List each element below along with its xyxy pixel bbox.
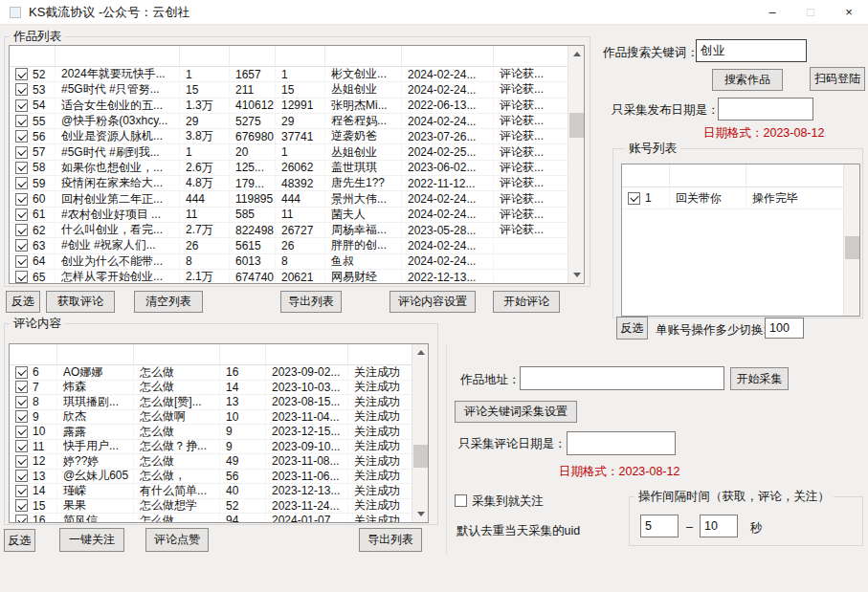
row-checkbox[interactable]: [15, 396, 28, 408]
comments-table-row[interactable]: 8 琪琪播剧... 怎么做[赞]... 13 2023-08-15... 关注成…: [10, 395, 412, 410]
works-invert-button[interactable]: 反选: [6, 291, 40, 313]
row-checkbox[interactable]: [15, 146, 28, 159]
row-checkbox[interactable]: [15, 381, 28, 393]
like-comments-button[interactable]: 评论点赞: [145, 528, 209, 552]
comments-table-row[interactable]: 16 简风信 怎么做 94 2024-01-07... 关注成功: [10, 514, 412, 522]
row-checkbox[interactable]: [15, 485, 28, 497]
follow-all-button[interactable]: 一键关注: [59, 528, 124, 552]
row-checkbox[interactable]: [15, 440, 28, 452]
minimize-icon[interactable]: –: [753, 0, 791, 25]
row-checkbox[interactable]: [15, 193, 28, 206]
row-checkbox[interactable]: [15, 99, 28, 112]
comments-column-header[interactable]: [10, 344, 57, 364]
comments-column-header[interactable]: [266, 344, 348, 364]
comments-table-row[interactable]: 11 快手用户... 怎么做？挣... 9 2023-09-10... 关注成功: [10, 440, 412, 455]
row-checkbox[interactable]: [15, 255, 28, 268]
keyword-input[interactable]: [696, 39, 807, 62]
comments-table-row[interactable]: 10 露露 怎么做 9 2023-12-15... 关注成功: [10, 425, 412, 440]
accounts-column-header[interactable]: [670, 164, 746, 186]
accounts-column-header[interactable]: [746, 164, 841, 186]
row-checkbox[interactable]: [15, 455, 28, 468]
works-column-header[interactable]: [325, 46, 402, 66]
works-table-row[interactable]: 55 @快手粉条(03xhcy... 29 5275 29 程爸程妈... 20…: [10, 114, 568, 129]
row-checkbox[interactable]: [15, 68, 28, 80]
row-checkbox[interactable]: [15, 115, 28, 127]
scroll-up-icon[interactable]: [568, 46, 585, 62]
interval-max-input[interactable]: [700, 515, 738, 537]
row-checkbox[interactable]: [15, 470, 28, 482]
comments-column-header[interactable]: [57, 344, 134, 364]
works-column-header[interactable]: [230, 46, 276, 66]
works-export-button[interactable]: 导出列表: [280, 291, 342, 313]
scroll-up-icon[interactable]: [412, 344, 429, 361]
comments-column-header[interactable]: [134, 344, 220, 364]
comments-column-header[interactable]: [348, 344, 413, 364]
accounts-scrollbar[interactable]: [843, 164, 859, 316]
row-checkbox[interactable]: [15, 83, 28, 96]
works-table-row[interactable]: 63 #创业 #祝家人们... 26 5615 26 胖胖的创... 2024-…: [10, 238, 568, 253]
comment-settings-button[interactable]: 评论内容设置: [389, 291, 476, 313]
scroll-thumb[interactable]: [845, 236, 859, 259]
works-table-row[interactable]: 65 怎样从零开始创业... 2.1万 674740 20621 网易财经 20…: [10, 270, 568, 283]
publish-date-input[interactable]: [718, 98, 813, 121]
works-scrollbar[interactable]: [568, 46, 584, 283]
works-table-row[interactable]: 62 什么叫创业，看完... 2.7万 822498 26727 周杨幸福...…: [10, 223, 568, 238]
works-table-row[interactable]: 53 #5G时代 #只管努... 15 211 15 丛姐创业 2024-02-…: [10, 82, 568, 98]
start-collect-button[interactable]: 开始采集: [730, 367, 789, 390]
clear-list-button[interactable]: 清空列表: [134, 291, 203, 313]
works-column-header[interactable]: [56, 46, 180, 66]
comments-table-row[interactable]: 7 炜森 怎么做 14 2023-10-03... 关注成功: [10, 381, 412, 396]
row-checkbox[interactable]: [15, 515, 28, 522]
scroll-thumb[interactable]: [413, 445, 428, 468]
comments-table-row[interactable]: 13 @幺妹儿605 怎么做， 56 2023-11-06... 关注成功: [10, 470, 412, 485]
accounts-invert-button[interactable]: 反选: [616, 317, 648, 340]
row-checkbox[interactable]: [628, 192, 640, 205]
work-url-input[interactable]: [520, 366, 724, 390]
works-table-row[interactable]: 52 2024年就要玩快手... 1 1657 1 彬文创业... 2024-0…: [10, 67, 568, 82]
row-checkbox[interactable]: [15, 130, 28, 143]
works-table-row[interactable]: 58 如果你也想创业，... 2.6万 125... 26062 盖世琪琪 20…: [10, 161, 568, 176]
row-checkbox[interactable]: [15, 271, 28, 283]
start-comment-button[interactable]: 开始评论: [493, 291, 560, 313]
row-checkbox[interactable]: [15, 499, 28, 512]
accounts-column-header[interactable]: [622, 164, 670, 186]
comments-table-row[interactable]: 14 瑾嵘 有什么简单... 40 2023-12-13... 关注成功: [10, 484, 412, 499]
comments-scrollbar[interactable]: [412, 344, 428, 522]
comments-table-row[interactable]: 9 欣杰 怎么做啊 10 2023-11-04... 关注成功: [10, 410, 412, 426]
works-table-row[interactable]: 59 疫情闲在家来给大... 4.8万 179... 48392 唐先生1?? …: [10, 176, 568, 191]
comments-table-row[interactable]: 12 婷??婷 怎么做 49 2023-11-08... 关注成功: [10, 454, 412, 470]
works-column-header[interactable]: [494, 46, 569, 66]
row-checkbox[interactable]: [15, 162, 28, 174]
search-works-button[interactable]: 搜索作品: [712, 69, 783, 91]
works-column-header[interactable]: [276, 46, 325, 66]
row-checkbox[interactable]: [15, 366, 28, 379]
works-table-row[interactable]: 64 创业为什么不能带... 8 6013 8 鱼叔 2024-02-24...: [10, 254, 568, 270]
comments-export-button[interactable]: 导出列表: [359, 528, 422, 552]
maximize-icon[interactable]: □: [791, 0, 830, 25]
row-checkbox[interactable]: [15, 177, 28, 189]
scroll-thumb[interactable]: [569, 113, 584, 138]
works-column-header[interactable]: [10, 46, 56, 66]
row-checkbox[interactable]: [15, 224, 28, 236]
scroll-down-icon[interactable]: [412, 506, 429, 522]
works-column-header[interactable]: [402, 46, 494, 66]
works-table-row[interactable]: 54 适合女生创业的五... 1.3万 410612 12991 张明杰Mi..…: [10, 99, 568, 114]
works-table-row[interactable]: 60 回村创业第二年正... 444 119895 444 景州大伟... 20…: [10, 191, 568, 207]
comment-keyword-settings-button[interactable]: 评论关键词采集设置: [455, 401, 577, 423]
comments-invert-button[interactable]: 反选: [4, 529, 35, 552]
follow-on-collect-checkbox[interactable]: [455, 494, 467, 507]
interval-min-input[interactable]: [640, 515, 679, 537]
comment-date-input[interactable]: [567, 431, 676, 455]
row-checkbox[interactable]: [15, 239, 28, 252]
row-checkbox[interactable]: [15, 426, 28, 438]
comments-table-row[interactable]: 15 果果 怎么做想学 52 2023-11-24... 关注成功: [10, 499, 412, 515]
qr-login-button[interactable]: 扫码登陆: [810, 67, 865, 91]
comments-table-row[interactable]: 6 AO娜娜 怎么做 16 2023-09-02... 关注成功: [10, 365, 412, 381]
row-checkbox[interactable]: [15, 410, 28, 423]
works-table-row[interactable]: 61 #农村创业好项目 ... 11 585 11 菌夫人 2024-02-24…: [10, 208, 568, 223]
accounts-table-row[interactable]: 1 回关带你 操作完毕: [622, 187, 843, 209]
works-table-row[interactable]: 57 #5G时代 #刷到我... 1 20 1 丛姐创业 2024-02-25.…: [10, 144, 568, 160]
works-table-row[interactable]: 56 创业是资源人脉机... 3.8万 676980 37741 逆袭奶爸 20…: [10, 129, 568, 144]
scroll-down-icon[interactable]: [568, 267, 585, 283]
comments-column-header[interactable]: [220, 344, 266, 364]
